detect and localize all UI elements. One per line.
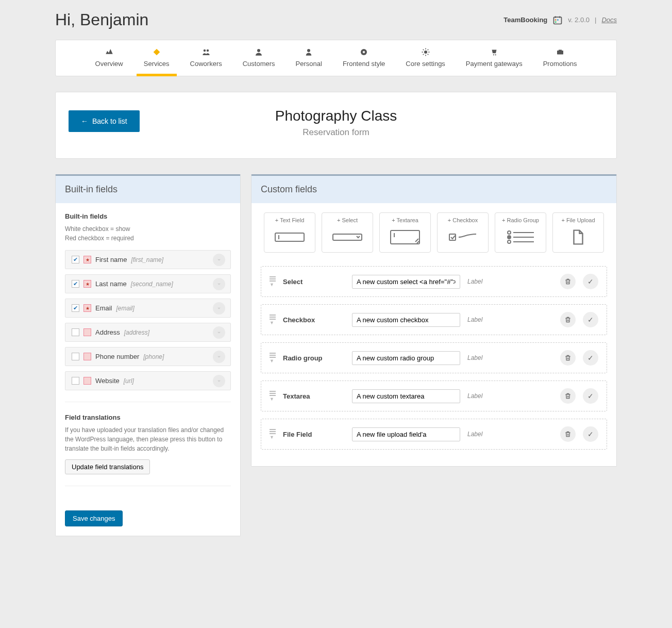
tab-core-settings[interactable]: Core settings — [395, 40, 456, 76]
field-slug: [second_name] — [131, 280, 173, 288]
svg-rect-18 — [391, 230, 419, 244]
show-checkbox[interactable] — [72, 280, 79, 288]
field-label: Address — [95, 328, 120, 336]
show-checkbox[interactable] — [72, 377, 79, 385]
tab-promotions[interactable]: Promotions — [533, 40, 587, 76]
show-checkbox[interactable] — [72, 256, 79, 263]
svg-point-23 — [508, 240, 511, 243]
plus-icon: + — [392, 217, 395, 223]
confirm-field-button[interactable]: ✓ — [583, 274, 598, 289]
field-slug: [first_name] — [131, 256, 163, 263]
tab-coworkers[interactable]: Coworkers — [180, 40, 232, 76]
confirm-field-button[interactable]: ✓ — [583, 350, 598, 366]
page-subtitle: Reservation form — [71, 127, 601, 138]
plus-icon: + — [275, 217, 278, 223]
field-label-input[interactable] — [352, 389, 460, 403]
drag-handle[interactable]: ▼ — [270, 391, 276, 402]
custom-panel-title: Custom fields — [251, 176, 616, 203]
version-text: v. 2.0.0 — [568, 16, 590, 24]
expand-icon[interactable] — [213, 254, 225, 266]
builtin-field-row: Email [email] — [65, 299, 231, 318]
add-checkbox[interactable]: + Checkbox — [437, 212, 489, 253]
field-label-input[interactable] — [352, 351, 460, 365]
delete-field-button[interactable] — [560, 350, 576, 366]
field-label-input[interactable] — [352, 427, 460, 441]
svg-rect-14 — [557, 51, 563, 55]
field-label: Website — [95, 377, 120, 385]
svg-point-22 — [508, 236, 511, 239]
translations-title: Field translations — [65, 414, 231, 421]
update-translations-button[interactable]: Update field translations — [65, 459, 150, 474]
builtin-field-row: Last name [second_name] — [65, 274, 231, 293]
custom-fields-panel: Custom fields + Text Field+ Select+ Text… — [251, 174, 617, 467]
field-label-input[interactable] — [352, 275, 460, 289]
delete-field-button[interactable] — [560, 274, 576, 289]
expand-icon[interactable] — [213, 351, 225, 363]
drag-handle[interactable]: ▼ — [270, 315, 276, 325]
required-checkbox[interactable] — [83, 304, 91, 312]
custom-field-row: ▼Radio groupLabel✓ — [261, 342, 607, 373]
save-changes-button[interactable]: Save changes — [65, 510, 123, 526]
back-button[interactable]: ← Back to list — [69, 110, 140, 132]
builtin-fields-panel: Built-in fields Built-in fields White ch… — [55, 174, 241, 536]
add-text-field[interactable]: + Text Field — [264, 212, 315, 253]
add-textarea[interactable]: + Textarea — [379, 212, 431, 253]
drag-handle[interactable]: ▼ — [270, 429, 276, 440]
svg-point-8 — [206, 49, 209, 52]
field-type-label: Textarea — [283, 392, 345, 400]
builtin-section-title: Built-in fields — [65, 212, 231, 220]
label-tag: Label — [467, 354, 482, 361]
field-type-label: Radio group — [283, 354, 345, 362]
required-checkbox[interactable] — [83, 280, 91, 288]
field-type-label: Checkbox — [283, 316, 345, 324]
delete-field-button[interactable] — [560, 312, 576, 327]
page-title: Photography Class — [71, 108, 601, 124]
required-checkbox[interactable] — [83, 353, 91, 360]
add-file-upload[interactable]: + File Upload — [552, 212, 604, 253]
plus-icon: + — [561, 217, 564, 223]
required-checkbox[interactable] — [83, 256, 91, 263]
custom-field-row: ▼CheckboxLabel✓ — [261, 304, 607, 335]
svg-point-7 — [203, 49, 206, 52]
plus-icon: + — [337, 217, 340, 223]
show-checkbox[interactable] — [72, 304, 79, 312]
svg-point-12 — [363, 51, 365, 54]
tab-services[interactable]: Services — [133, 40, 180, 76]
delete-field-button[interactable] — [560, 426, 576, 442]
expand-icon[interactable] — [213, 326, 225, 339]
drag-handle[interactable]: ▼ — [270, 276, 276, 287]
builtin-field-row: Phone number [phone] — [65, 347, 231, 366]
confirm-field-button[interactable]: ✓ — [583, 312, 598, 327]
required-checkbox[interactable] — [83, 377, 91, 385]
tab-frontend-style[interactable]: Frontend style — [332, 40, 395, 76]
show-checkbox[interactable] — [72, 328, 79, 336]
expand-icon[interactable] — [213, 375, 225, 387]
expand-icon[interactable] — [213, 278, 225, 290]
add-radio-group[interactable]: + Radio Group — [495, 212, 546, 253]
show-checkbox[interactable] — [72, 353, 79, 360]
confirm-field-button[interactable]: ✓ — [583, 388, 598, 404]
add-select[interactable]: + Select — [322, 212, 373, 253]
builtin-field-row: Website [url] — [65, 371, 231, 390]
confirm-field-button[interactable]: ✓ — [583, 426, 598, 442]
header-meta: TeamBooking v. 2.0.0 | Docs — [503, 15, 617, 25]
svg-point-9 — [257, 49, 260, 52]
label-tag: Label — [467, 278, 482, 285]
required-checkbox[interactable] — [83, 328, 91, 336]
docs-link[interactable]: Docs — [601, 16, 617, 24]
tab-personal[interactable]: Personal — [285, 40, 332, 76]
svg-rect-3 — [555, 21, 557, 23]
svg-rect-6 — [153, 49, 160, 56]
field-type-label: Select — [283, 278, 345, 286]
drag-handle[interactable]: ▼ — [270, 353, 276, 363]
tab-customers[interactable]: Customers — [232, 40, 285, 76]
svg-point-13 — [424, 51, 427, 54]
svg-rect-2 — [557, 19, 559, 21]
tab-overview[interactable]: Overview — [85, 40, 133, 76]
tab-payment-gateways[interactable]: Payment gateways — [456, 40, 533, 76]
field-label-input[interactable] — [352, 313, 460, 327]
label-tag: Label — [467, 316, 482, 323]
delete-field-button[interactable] — [560, 388, 576, 404]
expand-icon[interactable] — [213, 302, 225, 315]
greeting-prefix: Hi, — [55, 10, 80, 29]
